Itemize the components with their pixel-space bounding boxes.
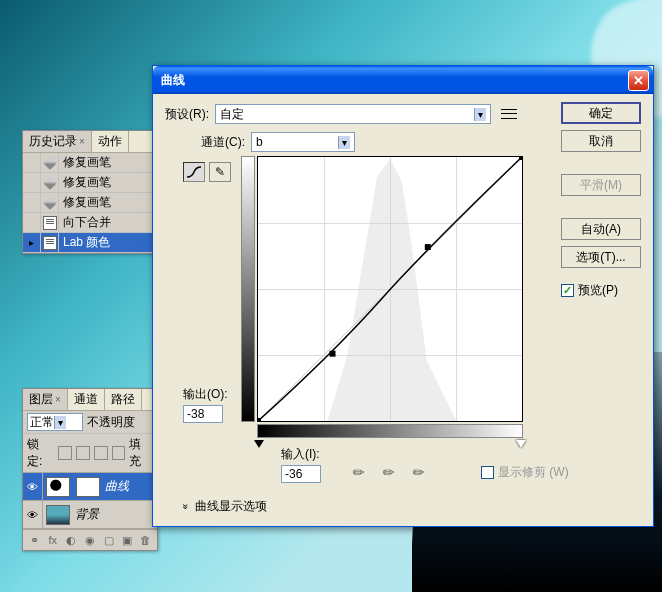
input-gradient (257, 424, 523, 438)
history-item[interactable]: 修复画笔 (23, 153, 157, 173)
channel-value: b (256, 135, 263, 149)
close-icon[interactable]: × (79, 136, 85, 147)
marker-icon: ▸ (29, 237, 34, 248)
history-label: Lab 颜色 (59, 234, 157, 251)
output-field[interactable] (183, 405, 223, 423)
black-eyedropper-icon[interactable] (349, 458, 374, 483)
opacity-label: 不透明度 (87, 414, 135, 431)
visibility-icon[interactable] (27, 508, 38, 522)
history-list: 修复画笔 修复画笔 修复画笔 向下合并▸ Lab 颜色 (23, 153, 157, 253)
folder-icon[interactable]: ▢ (101, 533, 117, 547)
mask-icon[interactable]: ◐ (63, 533, 79, 547)
show-clip-checkbox[interactable] (481, 466, 494, 479)
curve-point[interactable] (258, 418, 261, 421)
adjustment-icon[interactable]: ◉ (82, 533, 98, 547)
link-icon[interactable]: ⚭ (26, 533, 42, 547)
layers-panel: 图层× 通道 路径 正常▾ 不透明度 锁定: 填充 曲线背景 ⚭ fx ◐ ◉ … (22, 388, 158, 551)
history-item[interactable]: ▸ Lab 颜色 (23, 233, 157, 253)
show-clip-label: 显示修剪 (W) (498, 464, 569, 481)
curve-point[interactable] (519, 157, 522, 160)
titlebar[interactable]: 曲线 ✕ (153, 66, 653, 94)
curve-options-label[interactable]: 曲线显示选项 (195, 498, 267, 515)
blend-value: 正常 (30, 415, 54, 429)
curve-point[interactable] (330, 351, 336, 357)
black-point-slider[interactable] (254, 440, 264, 448)
history-label: 修复画笔 (59, 174, 157, 191)
layer-list: 曲线背景 (23, 473, 157, 529)
options-button[interactable]: 选项(T)... (561, 246, 641, 268)
lock-pixels-icon[interactable] (76, 446, 90, 460)
blend-mode-select[interactable]: 正常▾ (27, 413, 83, 431)
close-button[interactable]: ✕ (628, 70, 649, 91)
close-icon[interactable]: × (55, 394, 61, 405)
new-layer-icon[interactable]: ▣ (119, 533, 135, 547)
preset-select[interactable]: 自定 ▾ (215, 104, 491, 124)
preview-checkbox[interactable]: ✓ (561, 284, 574, 297)
curves-graph[interactable] (257, 156, 523, 422)
tab-paths[interactable]: 路径 (105, 389, 142, 410)
doc-icon (43, 216, 57, 230)
brush-icon (43, 176, 57, 190)
tab-actions[interactable]: 动作 (92, 131, 129, 152)
curve-point[interactable] (425, 244, 431, 250)
brush-icon (43, 156, 57, 170)
layers-footer: ⚭ fx ◐ ◉ ▢ ▣ 🗑 (23, 529, 157, 550)
lock-transparency-icon[interactable] (58, 446, 72, 460)
history-item[interactable]: 修复画笔 (23, 193, 157, 213)
mask-thumb[interactable] (76, 477, 100, 497)
layer-item[interactable]: 曲线 (23, 473, 157, 501)
layer-thumb[interactable] (46, 505, 70, 525)
doc-icon (43, 236, 57, 250)
auto-button[interactable]: 自动(A) (561, 218, 641, 240)
fill-label: 填充 (129, 436, 153, 470)
preview-label: 预览(P) (578, 282, 618, 299)
fx-icon[interactable]: fx (45, 533, 61, 547)
history-item[interactable]: 修复画笔 (23, 173, 157, 193)
history-tabs: 历史记录 × 动作 (23, 131, 157, 153)
ok-button[interactable]: 确定 (561, 102, 641, 124)
preset-menu-icon[interactable] (501, 107, 517, 121)
tab-label: 路径 (111, 391, 135, 408)
output-label: 输出(O): (183, 386, 228, 403)
tab-history[interactable]: 历史记录 × (23, 131, 92, 152)
lock-all-icon[interactable] (112, 446, 126, 460)
tab-label: 图层 (29, 391, 53, 408)
input-label: 输入(I): (281, 446, 321, 463)
history-panel: 历史记录 × 动作 修复画笔 修复画笔 修复画笔 向下合并▸ Lab 颜色 (22, 130, 158, 254)
adjustment-thumb[interactable] (46, 477, 70, 497)
layer-item[interactable]: 背景 (23, 501, 157, 529)
chevron-down-icon: ▾ (474, 108, 486, 121)
layers-tabs: 图层× 通道 路径 (23, 389, 157, 411)
lock-label: 锁定: (27, 436, 54, 470)
chevron-down-icon: ▾ (54, 416, 66, 429)
tab-channels[interactable]: 通道 (68, 389, 105, 410)
pencil-tool-button[interactable]: ✎ (209, 162, 231, 182)
curve-line[interactable] (258, 157, 522, 421)
brush-icon (43, 196, 57, 210)
white-point-slider[interactable] (516, 440, 526, 448)
output-gradient (241, 156, 255, 422)
history-label: 修复画笔 (59, 154, 157, 171)
channel-label: 通道(C): (201, 134, 245, 151)
gray-eyedropper-icon[interactable] (379, 458, 404, 483)
layer-name: 背景 (73, 506, 99, 523)
preset-label: 预设(R): (165, 106, 209, 123)
tab-label: 动作 (98, 133, 122, 150)
cancel-button[interactable]: 取消 (561, 130, 641, 152)
trash-icon[interactable]: 🗑 (138, 533, 154, 547)
smooth-button: 平滑(M) (561, 174, 641, 196)
chevron-down-icon: ▾ (338, 136, 350, 149)
dialog-title: 曲线 (157, 72, 628, 89)
curve-tool-button[interactable] (183, 162, 205, 182)
channel-select[interactable]: b ▾ (251, 132, 355, 152)
tab-label: 通道 (74, 391, 98, 408)
tab-layers[interactable]: 图层× (23, 389, 68, 410)
white-eyedropper-icon[interactable] (409, 458, 434, 483)
history-label: 向下合并 (59, 214, 157, 231)
history-item[interactable]: 向下合并 (23, 213, 157, 233)
visibility-icon[interactable] (27, 480, 38, 494)
input-field[interactable] (281, 465, 321, 483)
history-label: 修复画笔 (59, 194, 157, 211)
expand-icon[interactable]: » (180, 504, 191, 510)
lock-position-icon[interactable] (94, 446, 108, 460)
